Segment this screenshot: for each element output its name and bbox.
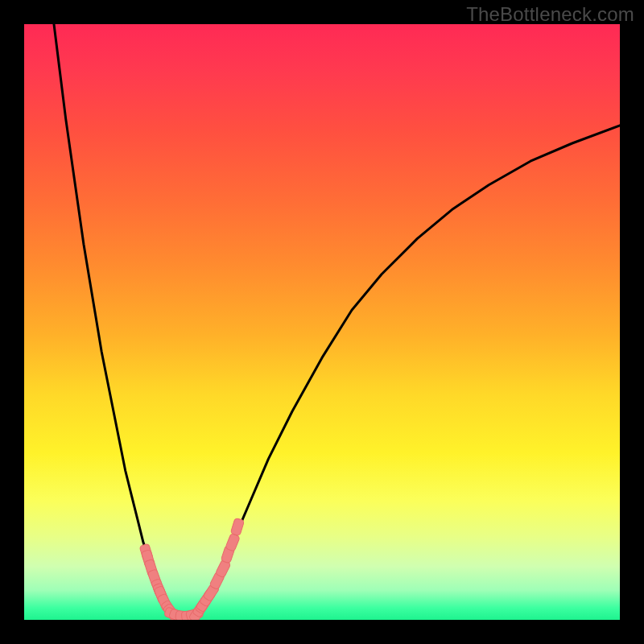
data-marker: [225, 533, 241, 551]
bottleneck-curve: [54, 24, 620, 617]
chart-svg: [24, 24, 620, 620]
watermark-text: TheBottleneck.com: [466, 3, 634, 26]
svg-rect-24: [225, 533, 241, 551]
outer-black-frame: TheBottleneck.com: [0, 0, 644, 644]
plot-area: [24, 24, 620, 620]
data-marker: [230, 518, 244, 536]
svg-rect-25: [230, 518, 244, 536]
